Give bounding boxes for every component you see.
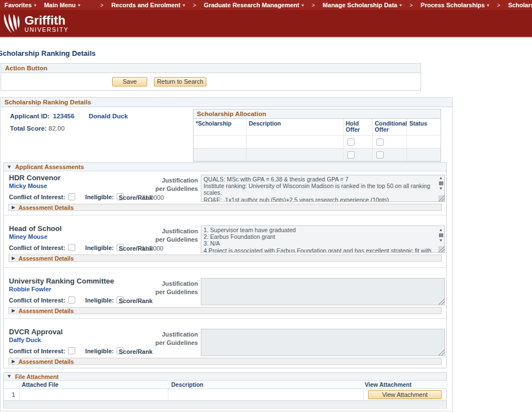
alloc-row2-conditional-cell [373, 148, 407, 161]
resize-handle[interactable] [438, 299, 444, 305]
assessment-details-toggle[interactable]: ▶ Assessment Details [8, 254, 442, 262]
conditional-offer-checkbox[interactable] [376, 151, 384, 159]
file-attachment-toggle[interactable]: ▼ File Attachment [4, 373, 446, 381]
col-header-description: Description [246, 119, 344, 136]
justification-label: Justification [148, 228, 198, 234]
justification-textarea[interactable] [201, 329, 445, 356]
justification-textarea[interactable] [201, 278, 445, 305]
assessor-name: Daffy Duck [9, 337, 41, 343]
textarea-scrollbar[interactable]: ▲ ▼ [438, 228, 444, 243]
scroll-thumb[interactable] [439, 181, 443, 185]
assessment-block-head-of-school: Head of School Miney Mouse Conflict of I… [4, 215, 447, 268]
alloc-row1-status [407, 136, 441, 148]
header-banner: Griffith UNIVERSITY [0, 10, 532, 38]
resize-handle[interactable] [438, 246, 444, 252]
hold-offer-checkbox[interactable] [347, 151, 355, 159]
textarea-scrollbar[interactable]: ▲ ▼ [438, 176, 444, 191]
alloc-row1-description [246, 136, 344, 148]
chevron-down-icon: ▾ [399, 3, 402, 8]
griffith-logo[interactable]: Griffith UNIVERSITY [2, 13, 69, 35]
applicant-id-value: 123456 [53, 113, 74, 119]
conflict-row: Conflict of Interest: Ineligible: [9, 193, 124, 200]
col-header-attached-file: Attached File [20, 381, 168, 389]
scroll-up-icon[interactable]: ▲ [439, 228, 443, 232]
conflict-row: Conflict of Interest: Ineligible: [9, 347, 124, 354]
conflict-row: Conflict of Interest: Ineligible: [9, 244, 124, 251]
logo-title: Griffith [25, 15, 69, 26]
chevron-down-icon: ▾ [78, 3, 80, 8]
return-to-search-button[interactable]: Return to Search [154, 77, 206, 87]
col-header-conditional-offer: Conditional Offer [373, 119, 407, 136]
view-attachment-button[interactable]: View Attachment [368, 390, 442, 399]
alloc-row1-hold-cell [344, 136, 373, 148]
alloc-row1-scholarship[interactable] [194, 136, 246, 148]
chevron-down-icon: ▾ [302, 3, 304, 8]
conflict-checkbox[interactable] [68, 296, 75, 304]
assessment-details-toggle[interactable]: ▶ Assessment Details [8, 358, 442, 365]
scroll-down-icon[interactable]: ▼ [439, 238, 443, 243]
alloc-row2-hold-cell [344, 148, 373, 161]
applicant-id-label: Applicant ID: [10, 113, 50, 119]
attached-file-cell[interactable] [20, 389, 168, 400]
conflict-row: Conflict of Interest: Ineligible: [9, 296, 124, 304]
col-header-description: Description [168, 381, 364, 389]
ineligible-label: Ineligible: [85, 244, 114, 251]
ineligible-label: Ineligible: [85, 348, 114, 354]
justification-textarea[interactable]: QUALS: MSc with GPA = 6.38 & thesis grad… [201, 175, 445, 202]
justification-textarea[interactable]: 1. Supervisor team have graduated 2. Ear… [201, 225, 445, 253]
breadcrumb-item-main-menu[interactable]: Main Menu▾ [44, 2, 80, 8]
description-cell[interactable] [168, 389, 364, 400]
save-button[interactable]: Save [112, 77, 147, 87]
breadcrumb-item-manage-data[interactable]: Manage Scholarship Data▾ [323, 2, 402, 8]
breadcrumb-item-grm[interactable]: Graduate Research Management▾ [204, 2, 304, 8]
breadcrumb-item-process[interactable]: Process Scholarships▾ [420, 2, 489, 8]
col-header-status: Status [407, 119, 441, 136]
hold-offer-checkbox[interactable] [347, 138, 355, 146]
scroll-thumb[interactable] [439, 233, 443, 237]
conflict-label: Conflict of Interest: [9, 297, 65, 304]
view-attachment-cell: View Attachment [364, 389, 447, 400]
applicant-assessments-box: ▼ Applicant Assessments HDR Convenor Mic… [3, 162, 447, 368]
assessor-name: Micky Mouse [9, 183, 47, 189]
conflict-checkbox[interactable] [68, 347, 75, 354]
breadcrumb-separator: > [193, 2, 196, 8]
scholarship-allocation-header: Scholarship Allocation [194, 109, 441, 119]
logo-subtitle: UNIVERSITY [25, 26, 69, 33]
alloc-row2-status [407, 148, 441, 161]
applicant-assessments-toggle[interactable]: ▼ Applicant Assessments [4, 163, 446, 171]
collapse-triangle-icon: ▼ [7, 165, 12, 170]
alloc-row2-scholarship[interactable] [194, 148, 246, 161]
ineligible-label: Ineligible: [85, 194, 114, 200]
breadcrumb-item-rank-search[interactable]: Scholarship Rank Search [508, 2, 532, 8]
conditional-offer-checkbox[interactable] [376, 138, 384, 146]
chevron-down-icon: ▾ [487, 3, 489, 8]
breadcrumb-separator: > [497, 2, 500, 8]
scroll-up-icon[interactable]: ▲ [439, 176, 443, 180]
scholarship-ranking-details-header: Scholarship Ranking Details [1, 98, 452, 107]
applicant-assessments-title: Applicant Assessments [15, 164, 84, 170]
chevron-down-icon: ▾ [183, 3, 185, 8]
resize-handle[interactable] [438, 349, 444, 356]
justification-label: per Guidelines [148, 289, 198, 295]
col-header-scholarship: *Scholarship [194, 119, 246, 136]
assessment-details-label: Assessment Details [18, 308, 74, 314]
breadcrumb-item-favorites[interactable]: Favorites▾ [4, 2, 36, 8]
score-rank-label: Score/Rank [119, 297, 153, 304]
file-attachment-grid: Attached File Description View Attachmen… [4, 381, 446, 400]
action-button-header: Action Button [1, 64, 420, 73]
col-header-hold-offer: Hold Offer [344, 119, 373, 136]
logo-mark-icon [2, 13, 23, 35]
scroll-down-icon[interactable]: ▼ [439, 186, 443, 191]
col-header-spacer [4, 381, 20, 389]
assessor-role: DVCR Approval [9, 328, 62, 336]
breadcrumb-item-records[interactable]: Records and Enrolment▾ [112, 2, 185, 8]
action-button-box: Action Button Save Return to Search [1, 63, 421, 91]
conflict-checkbox[interactable] [68, 244, 75, 251]
assessment-details-toggle[interactable]: ▶ Assessment Details [8, 204, 442, 211]
score-rank-value: 71.0000 [142, 194, 164, 201]
scholarship-allocation-grid: *Scholarship Description Hold Offer Cond… [194, 119, 441, 161]
conflict-label: Conflict of Interest: [9, 194, 65, 200]
resize-handle[interactable] [438, 195, 444, 201]
conflict-checkbox[interactable] [68, 193, 75, 200]
assessment-details-toggle[interactable]: ▶ Assessment Details [8, 307, 442, 314]
